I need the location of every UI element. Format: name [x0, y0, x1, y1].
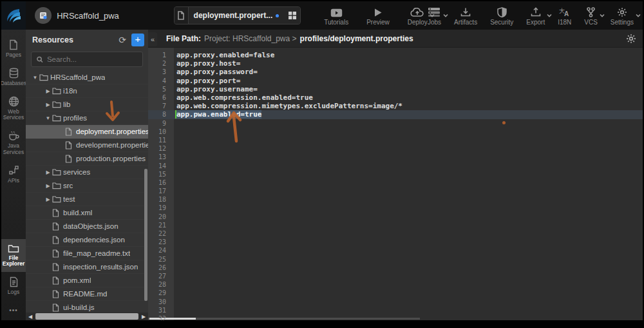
code-line-3[interactable]: 3app.proxy.password= — [148, 68, 643, 76]
tree-item-hrscaffold-pwa[interactable]: ▼HRScaffold_pwa — [26, 71, 148, 84]
code-line-10[interactable]: 10 — [148, 128, 643, 136]
code-line-20[interactable]: 20 — [148, 213, 643, 221]
tree-item-development-properties[interactable]: development.properties — [26, 139, 148, 152]
code-line-2[interactable]: 2app.proxy.host= — [148, 59, 643, 68]
code-line-31[interactable]: 31 — [148, 306, 643, 314]
tree-item-profiles[interactable]: ▼profiles — [26, 111, 148, 125]
tree-item-production-properties[interactable]: production.properties — [26, 152, 148, 166]
tab-deployment-properties[interactable]: deployment.propert... — [189, 7, 285, 24]
refresh-icon[interactable]: ⟳ — [118, 35, 126, 45]
code-line-23[interactable]: 23 — [148, 238, 643, 246]
jobs-button[interactable]: Jobs — [428, 6, 441, 26]
scrollbar-thumb[interactable] — [35, 313, 138, 320]
tutorials-button[interactable]: Tutorials — [324, 6, 348, 26]
code-line-11[interactable]: 11 — [148, 136, 643, 144]
code-line-13[interactable]: 13 — [148, 153, 643, 161]
wavemaker-logo[interactable] — [1, 1, 26, 30]
tree-item-dependencies-json[interactable]: dependencies.json — [26, 233, 148, 247]
code-line-14[interactable]: 14 — [148, 161, 643, 169]
sidebar-item-logs[interactable]: Logs — [1, 272, 26, 300]
tree-item-inspection-results-json[interactable]: inspection_results.json — [26, 260, 148, 274]
code-line-15[interactable]: 15 — [148, 170, 643, 178]
scroll-right-icon[interactable]: ▶ — [139, 313, 148, 320]
code-line-6[interactable]: 6app.web.compression.enabled=true — [148, 93, 643, 102]
code-line-18[interactable]: 18 — [148, 195, 643, 204]
i18n-button[interactable]: 大A I18N — [558, 6, 571, 26]
code-line-22[interactable]: 22 — [148, 229, 643, 238]
sidebar-item-file-explorer[interactable]: File Explorer — [1, 239, 26, 273]
resources-panel: Resources ⟳ + ▼HRScaffold_pwa▶i18n▶lib▼p… — [26, 30, 148, 320]
sidebar-item-pages[interactable]: Pages — [1, 35, 26, 63]
security-button[interactable]: Security — [490, 6, 513, 26]
tree-item-file-map-readme-txt[interactable]: file_map_readme.txt — [26, 247, 148, 260]
code-line-28[interactable]: 28 — [148, 280, 643, 289]
code-line-30[interactable]: 30 — [148, 297, 643, 305]
tree-item-i18n[interactable]: ▶i18n — [26, 84, 148, 98]
tree-item-test[interactable]: ▶test — [26, 193, 148, 206]
preview-button[interactable]: Preview — [366, 6, 390, 26]
file-icon[interactable] — [175, 7, 189, 24]
chevron-down-icon[interactable] — [443, 12, 448, 19]
collapse-arrow-icon[interactable]: ▼ — [31, 75, 39, 81]
tree-item-pom-xml[interactable]: pom.xml — [26, 274, 148, 287]
translate-icon: 大A — [559, 6, 571, 17]
tree-item-src[interactable]: ▶src — [26, 179, 148, 193]
code-line-5[interactable]: 5app.proxy.username= — [148, 85, 643, 93]
code-line-29[interactable]: 29 — [148, 289, 643, 297]
vcs-button[interactable]: VCS — [584, 6, 598, 26]
resource-search[interactable] — [31, 52, 143, 67]
chevron-down-icon[interactable] — [636, 12, 641, 19]
tree-item-deployment-properties[interactable]: deployment.properties — [26, 125, 148, 139]
project-switcher[interactable]: HRScaffold_pwa — [35, 7, 146, 24]
tree-item-ui-build-js[interactable]: ui-build.js — [26, 301, 148, 313]
code-line-24[interactable]: 24 — [148, 246, 643, 255]
tree-item-services[interactable]: ▶services — [26, 166, 148, 179]
tree-item-readme-md[interactable]: README.md — [26, 287, 148, 301]
tree-item-lib[interactable]: ▶lib — [26, 98, 148, 111]
code-line-16[interactable]: 16 — [148, 178, 643, 187]
expand-arrow-icon[interactable]: ▶ — [44, 88, 52, 94]
tree-horizontal-scrollbar[interactable]: ◀ ▶ — [26, 313, 148, 320]
collapse-arrow-icon[interactable]: ▼ — [44, 115, 52, 121]
sidebar-item-databases[interactable]: Databases — [1, 63, 26, 92]
sidebar-item-apis[interactable]: APIs — [1, 160, 26, 189]
scroll-left-icon[interactable]: ◀ — [26, 313, 35, 320]
collapse-panel-icon[interactable]: « — [148, 32, 157, 46]
code-line-9[interactable]: 9 — [148, 119, 643, 128]
code-line-27[interactable]: 27 — [148, 272, 643, 280]
code-line-26[interactable]: 26 — [148, 264, 643, 272]
editor-settings-gear-icon[interactable] — [626, 34, 636, 44]
artifacts-button[interactable]: Artifacts — [454, 6, 477, 26]
sidebar-item-web-services[interactable]: Web Services — [1, 92, 26, 126]
code-line-21[interactable]: 21 — [148, 221, 643, 229]
grid-icon[interactable] — [284, 7, 300, 24]
line-number: 23 — [148, 238, 170, 246]
code-line-8[interactable]: 8app.pwa.enabled=true — [148, 110, 643, 119]
editor-horizontal-scrollbar[interactable] — [148, 318, 420, 320]
code-line-1[interactable]: 1app.proxy.enabled=false — [148, 51, 643, 59]
add-resource-button[interactable]: + — [131, 34, 144, 46]
expand-arrow-icon[interactable]: ▶ — [44, 183, 52, 189]
tree-item-build-xml[interactable]: build.xml — [26, 206, 148, 220]
deploy-button[interactable]: Deploy — [408, 6, 428, 26]
chevron-down-icon[interactable] — [547, 12, 552, 19]
export-button[interactable]: Export — [526, 6, 545, 26]
code-line-7[interactable]: 7app.web.compression.mimetypes.excludePa… — [148, 102, 643, 110]
tree-vertical-scrollbar[interactable] — [144, 169, 147, 301]
web-services-label: Web Services — [2, 109, 25, 122]
expand-arrow-icon[interactable]: ▶ — [44, 102, 52, 108]
settings-button[interactable]: Settings — [611, 6, 634, 26]
search-input[interactable] — [47, 55, 137, 63]
expand-arrow-icon[interactable]: ▶ — [44, 169, 52, 175]
expand-arrow-icon[interactable]: ▶ — [44, 197, 52, 202]
code-editor[interactable]: 1app.proxy.enabled=false2app.proxy.host=… — [148, 48, 643, 320]
code-line-17[interactable]: 17 — [148, 187, 643, 195]
tree-item-dataobjects-json[interactable]: dataObjects.json — [26, 220, 148, 233]
code-line-4[interactable]: 4app.proxy.port= — [148, 77, 643, 85]
sidebar-item-java-services[interactable]: Java Services — [1, 126, 26, 160]
more-dots-icon[interactable]: ••• — [1, 300, 26, 320]
code-line-25[interactable]: 25 — [148, 255, 643, 264]
code-line-19[interactable]: 19 — [148, 204, 643, 212]
code-line-12[interactable]: 12 — [148, 144, 643, 153]
chevron-down-icon[interactable] — [600, 12, 605, 19]
